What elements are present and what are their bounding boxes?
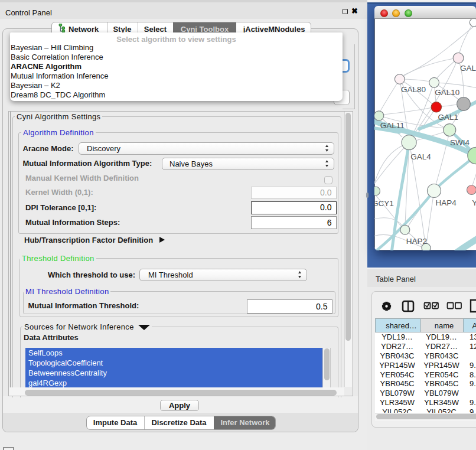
svg-text:GAL80: GAL80 (401, 85, 426, 94)
svg-text:GAL2: GAL2 (460, 64, 476, 73)
svg-text:GAL10: GAL10 (435, 88, 459, 97)
svg-text:GCY1: GCY1 (374, 199, 394, 208)
svg-text:Y: Y (472, 198, 476, 207)
svg-text:GAL1: GAL1 (438, 113, 458, 122)
svg-text:GAL11: GAL11 (380, 121, 405, 130)
svg-text:HAP2: HAP2 (406, 237, 427, 246)
svg-text:HAP4: HAP4 (436, 198, 457, 207)
svg-text:SWI4: SWI4 (450, 138, 470, 147)
svg-text:GAL4: GAL4 (410, 152, 431, 161)
